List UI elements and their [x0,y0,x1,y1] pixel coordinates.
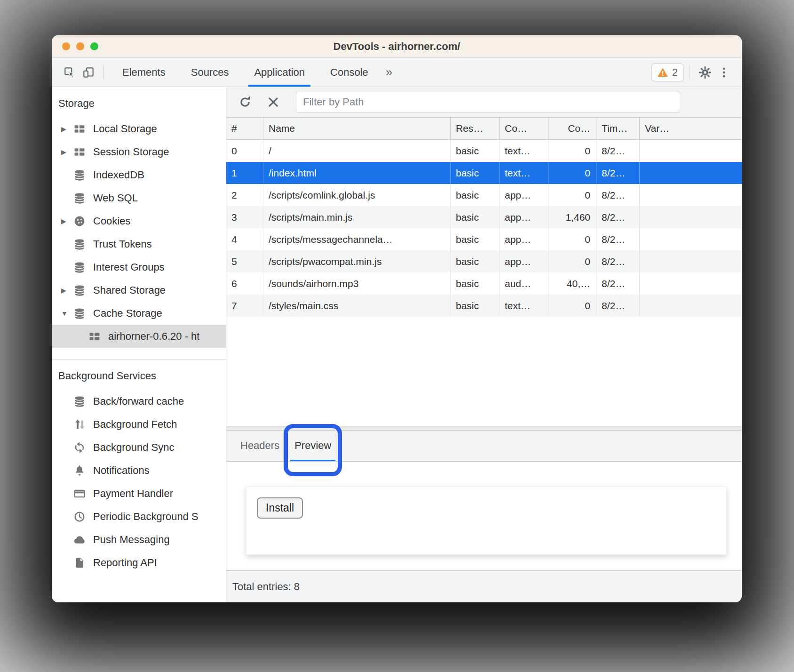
sidebar-item-label: Cache Storage [93,307,162,320]
grid-icon [87,330,102,343]
cell-content-type: app… [500,250,548,272]
cell-content-type: text… [500,162,548,184]
tree-arrow-icon[interactable]: ▶ [61,125,72,133]
tree-arrow-icon[interactable]: ▶ [61,287,72,294]
traffic-lights [62,35,98,57]
cell-content-length: 0 [548,162,596,184]
minimize-window-button[interactable] [76,42,84,50]
table-row[interactable]: 4 /scripts/messagechannela… basic app… 0… [226,228,742,250]
sidebar-item-label: Web SQL [93,192,138,204]
clear-icon[interactable] [265,94,282,111]
table-row[interactable]: 7 /styles/main.css basic text… 0 8/2… [226,295,742,317]
pane-resize-handle[interactable] [226,426,742,431]
column-header-name[interactable]: Name [263,118,451,139]
sidebar-item-label: Local Storage [93,123,157,135]
cell-number: 7 [226,295,263,317]
install-button[interactable]: Install [257,497,303,519]
cell-vary [640,250,742,272]
table-row[interactable]: 1 /index.html basic text… 0 8/2… [226,162,742,184]
background-services-list: Back/forward cache Background Fetch Back… [52,390,226,574]
fetch-icon [72,418,87,431]
page-icon [72,556,87,569]
toolbar-right-group: 2 [651,63,733,82]
cell-content-length: 0 [548,184,596,206]
table-row[interactable]: 0 / basic text… 0 8/2… [226,140,742,162]
sidebar-item[interactable]: Push Messaging [52,528,226,551]
kebab-menu-icon[interactable] [715,63,733,82]
database-icon [72,307,87,320]
sidebar-item[interactable]: IndexedDB [52,163,226,186]
sidebar-item[interactable]: ▼ Cache Storage [52,302,226,325]
cell-number: 5 [226,250,263,272]
column-header-vary[interactable]: Var… [640,118,742,139]
cell-time: 8/2… [596,250,640,272]
sidebar-item[interactable]: Interest Groups [52,256,226,279]
cell-time: 8/2… [596,184,640,206]
sidebar-item[interactable]: ▶ Local Storage [52,117,226,140]
tree-arrow-icon[interactable]: ▼ [61,310,72,317]
tab-preview[interactable]: Preview [292,431,334,461]
sidebar-item[interactable]: Trust Tokens [52,232,226,256]
cell-number: 3 [226,206,263,228]
column-header-time[interactable]: Tim… [596,118,640,139]
grid-icon [72,145,87,159]
tree-arrow-icon[interactable]: ▶ [61,148,72,156]
filter-input[interactable] [296,92,680,112]
sidebar-item[interactable]: Back/forward cache [52,390,226,413]
cell-response-type: basic [451,206,500,228]
cell-vary [640,228,742,250]
sidebar-item[interactable]: Payment Handler [52,482,226,505]
panel-tab[interactable]: Sources [184,58,236,87]
sidebar-item[interactable]: Background Sync [52,436,226,459]
cell-vary [640,140,742,162]
database-icon [72,192,87,205]
more-panels-button[interactable]: » [386,65,392,80]
cell-content-length: 40,… [548,272,596,295]
table-row[interactable]: 5 /scripts/pwacompat.min.js basic app… 0… [226,250,742,272]
sidebar-item[interactable]: Background Fetch [52,413,226,436]
sidebar-item-label: Session Storage [93,146,169,158]
database-icon [72,238,87,251]
table-row[interactable]: 3 /scripts/main.min.js basic app… 1,460 … [226,206,742,228]
main-area: Storage ▶ Local Storage ▶ Session Storag… [52,87,742,602]
tab-headers[interactable]: Headers [238,431,282,461]
sidebar-item-label: airhorner-0.6.20 - ht [108,330,199,343]
cell-vary [640,206,742,228]
filter-toolbar [226,87,742,118]
issues-badge[interactable]: 2 [651,64,684,81]
sidebar-item[interactable]: ▶ Cookies [52,209,226,232]
inspect-element-icon[interactable] [60,63,79,82]
tree-arrow-icon[interactable]: ▶ [61,217,72,225]
sidebar-item[interactable]: ▶ Session Storage [52,140,226,163]
close-window-button[interactable] [62,42,70,50]
settings-gear-icon[interactable] [696,63,715,82]
column-header-number[interactable]: # [226,118,263,139]
cell-number: 1 [226,162,263,184]
column-header-response-type[interactable]: Res… [451,118,500,139]
column-header-content-type[interactable]: Co… [500,118,548,139]
cell-content-length: 1,460 [548,206,596,228]
panel-tab[interactable]: Application [247,58,311,87]
table-header: # Name Res… Co… Co… Tim… Var… [226,118,742,140]
table-row[interactable]: 2 /scripts/comlink.global.js basic app… … [226,184,742,206]
cell-content-type: text… [500,140,548,162]
cache-table-body: 0 / basic text… 0 8/2… 1 /index.html bas… [226,140,742,317]
cell-response-type: basic [451,250,500,272]
device-toolbar-icon[interactable] [79,63,98,82]
table-row[interactable]: 6 /sounds/airhorn.mp3 basic aud… 40,… 8/… [226,272,742,295]
sidebar-item[interactable]: airhorner-0.6.20 - ht [52,325,226,348]
sidebar-item[interactable]: ▶ Shared Storage [52,279,226,302]
zoom-window-button[interactable] [90,42,98,50]
refresh-icon[interactable] [237,94,254,111]
sidebar-item[interactable]: Periodic Background S [52,505,226,528]
panel-tab[interactable]: Elements [116,58,172,87]
cookie-icon [72,215,87,228]
storage-section-heading: Storage [52,87,226,117]
panel-tab[interactable]: Console [324,58,375,87]
sidebar-item[interactable]: Web SQL [52,186,226,209]
cell-response-type: basic [451,228,500,250]
column-header-content-length[interactable]: Co… [548,118,596,139]
cell-vary [640,162,742,184]
sidebar-item[interactable]: Reporting API [52,551,226,574]
sidebar-item[interactable]: Notifications [52,459,226,482]
